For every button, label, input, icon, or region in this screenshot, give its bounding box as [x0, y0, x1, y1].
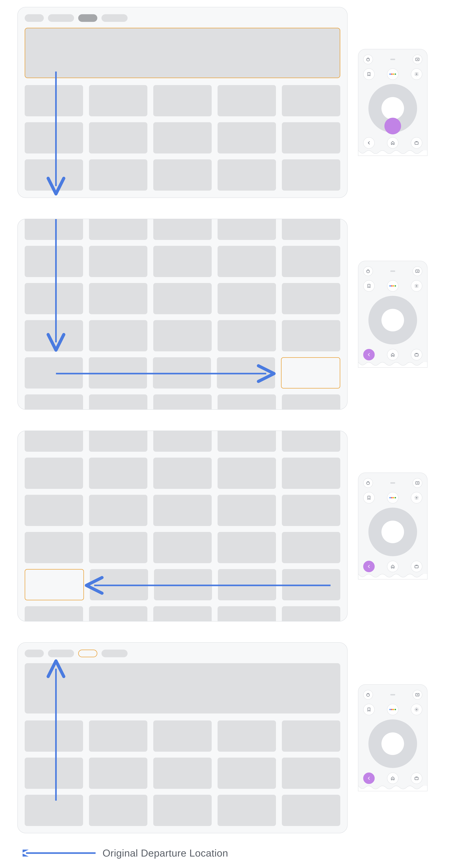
tile[interactable]	[218, 606, 276, 621]
home-button[interactable]	[387, 349, 398, 361]
dpad[interactable]	[368, 296, 417, 344]
dpad-select[interactable]	[381, 309, 404, 332]
tile[interactable]	[89, 320, 147, 351]
tile-focused[interactable]	[25, 569, 84, 600]
back-button-highlighted[interactable]	[363, 349, 375, 361]
tile[interactable]	[25, 458, 83, 489]
tile[interactable]	[25, 395, 83, 410]
tile[interactable]	[282, 795, 340, 826]
settings-button[interactable]	[411, 492, 422, 503]
tile[interactable]	[89, 720, 147, 752]
bookmark-button[interactable]	[363, 704, 375, 715]
input-button[interactable]	[412, 478, 422, 488]
tile[interactable]	[89, 532, 147, 563]
dpad[interactable]	[368, 719, 417, 768]
tile[interactable]	[218, 795, 276, 826]
tile[interactable]	[218, 219, 276, 240]
tile[interactable]	[282, 320, 340, 351]
tile[interactable]	[25, 795, 83, 826]
tab-4[interactable]	[102, 650, 127, 657]
tile[interactable]	[153, 606, 212, 621]
dpad[interactable]	[368, 507, 417, 556]
tile[interactable]	[153, 431, 212, 452]
tile-focused[interactable]	[281, 357, 340, 389]
tab-1[interactable]	[25, 650, 44, 657]
tab-3-focused[interactable]	[78, 650, 97, 657]
tile[interactable]	[282, 122, 340, 153]
tile[interactable]	[282, 395, 340, 410]
live-tv-button[interactable]	[411, 561, 422, 572]
tile[interactable]	[153, 795, 212, 826]
tile[interactable]	[89, 246, 147, 277]
tile[interactable]	[89, 85, 147, 116]
assistant-button[interactable]	[387, 704, 398, 715]
tile[interactable]	[153, 159, 212, 191]
back-button[interactable]	[363, 137, 375, 149]
tile[interactable]	[218, 283, 276, 314]
tile[interactable]	[218, 458, 276, 489]
tile[interactable]	[25, 357, 83, 389]
hero-banner-focused[interactable]	[25, 28, 340, 78]
tile[interactable]	[153, 357, 211, 389]
tile[interactable]	[282, 606, 340, 621]
tab-4[interactable]	[102, 14, 127, 22]
bookmark-button[interactable]	[363, 68, 375, 80]
tile[interactable]	[89, 122, 147, 153]
tile[interactable]	[218, 569, 276, 600]
tile[interactable]	[153, 532, 212, 563]
tile[interactable]	[218, 159, 276, 191]
power-button[interactable]	[363, 55, 373, 64]
power-button[interactable]	[363, 266, 373, 276]
assistant-button[interactable]	[387, 68, 398, 80]
tile[interactable]	[218, 246, 276, 277]
settings-button[interactable]	[411, 68, 422, 80]
tile[interactable]	[25, 219, 83, 240]
tile[interactable]	[25, 246, 83, 277]
tile[interactable]	[25, 532, 83, 563]
tile[interactable]	[89, 795, 147, 826]
hero-banner[interactable]	[25, 663, 340, 713]
settings-button[interactable]	[411, 280, 422, 292]
back-button-highlighted[interactable]	[363, 561, 375, 572]
tile[interactable]	[154, 569, 212, 600]
power-button[interactable]	[363, 690, 373, 700]
tile[interactable]	[218, 431, 276, 452]
tile[interactable]	[282, 458, 340, 489]
tile[interactable]	[25, 757, 83, 789]
tile[interactable]	[218, 122, 276, 153]
tile[interactable]	[153, 495, 212, 526]
tile[interactable]	[218, 757, 276, 789]
tile[interactable]	[218, 320, 276, 351]
live-tv-button[interactable]	[411, 773, 422, 784]
tile[interactable]	[218, 85, 276, 116]
tile[interactable]	[282, 532, 340, 563]
assistant-button[interactable]	[387, 492, 398, 503]
tile[interactable]	[153, 85, 212, 116]
tile[interactable]	[218, 395, 276, 410]
dpad-down-highlighted[interactable]	[384, 118, 401, 134]
home-button[interactable]	[387, 773, 398, 784]
tile[interactable]	[89, 757, 147, 789]
tile[interactable]	[25, 320, 83, 351]
live-tv-button[interactable]	[411, 349, 422, 361]
tab-2[interactable]	[48, 14, 74, 22]
tile[interactable]	[25, 283, 83, 314]
input-button[interactable]	[412, 266, 422, 276]
tile[interactable]	[89, 458, 147, 489]
tile[interactable]	[89, 395, 147, 410]
tile[interactable]	[218, 532, 276, 563]
tile[interactable]	[153, 458, 212, 489]
tile[interactable]	[89, 219, 147, 240]
tile[interactable]	[25, 606, 83, 621]
home-button[interactable]	[387, 561, 398, 572]
dpad[interactable]	[368, 84, 417, 133]
dpad-select[interactable]	[381, 521, 404, 543]
tile[interactable]	[89, 357, 147, 389]
tile[interactable]	[282, 720, 340, 752]
settings-button[interactable]	[411, 704, 422, 715]
tile[interactable]	[282, 246, 340, 277]
tile[interactable]	[282, 283, 340, 314]
tile[interactable]	[282, 219, 340, 240]
tile[interactable]	[153, 757, 212, 789]
dpad-select[interactable]	[381, 733, 404, 755]
